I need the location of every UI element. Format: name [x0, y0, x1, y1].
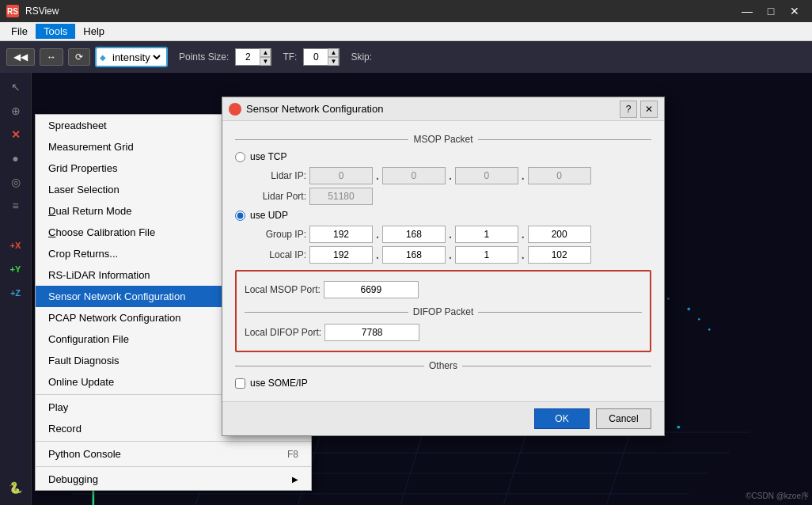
lidar-port-input[interactable]: [309, 188, 373, 205]
titlebar: RS RSView — □ ✕: [0, 0, 812, 22]
window-close-button[interactable]: ✕: [784, 2, 806, 20]
difop-line-left: [245, 312, 408, 313]
dialog-help-button[interactable]: ?: [620, 101, 637, 118]
points-size-down[interactable]: ▼: [260, 57, 271, 66]
lidar-ip-dot-3: .: [522, 169, 525, 182]
intensity-select-wrap: intensity: [95, 47, 168, 67]
use-udp-label: use UDP: [250, 210, 288, 221]
use-tcp-radio[interactable]: [235, 152, 245, 162]
points-size-label: Points Size:: [179, 51, 229, 63]
tf-input[interactable]: [304, 51, 328, 63]
local-msop-port-input[interactable]: [324, 281, 419, 298]
use-some-ip-checkbox[interactable]: [235, 378, 245, 389]
local-difop-port-row: Local DIFOP Port:: [245, 324, 642, 341]
local-ip-3[interactable]: [455, 246, 518, 264]
points-size-spinbox: ▲ ▼: [235, 48, 271, 66]
others-line-right: [462, 366, 651, 366]
tf-spinbox: ▲ ▼: [303, 48, 340, 66]
local-difop-port-label: Local DIFOP Port:: [245, 327, 321, 338]
local-ip-row: Local IP: . . .: [235, 246, 651, 264]
lidar-ip-row: Lidar IP: . . .: [235, 167, 651, 184]
local-ip-dot-2: .: [449, 249, 452, 261]
dialog-close-button[interactable]: ✕: [640, 101, 658, 118]
group-ip-dot-3: .: [522, 228, 525, 241]
dialog-title: Sensor Network Configuration: [246, 103, 383, 115]
lidar-ip-dot-1: .: [376, 169, 379, 182]
others-section: Others use SOME/IP: [235, 360, 651, 389]
others-section-header: Others: [235, 360, 651, 371]
local-msop-port-label: Local MSOP Port:: [245, 284, 321, 295]
local-difop-port-input[interactable]: [324, 324, 419, 341]
highlight-box: Local MSOP Port: DIFOP Packet Local DIFO…: [235, 270, 651, 352]
intensity-select[interactable]: intensity: [109, 51, 163, 64]
app-icon: RS: [6, 5, 19, 17]
difop-packet-label: DIFOP Packet: [413, 306, 473, 317]
tf-down[interactable]: ▼: [328, 57, 339, 66]
sensor-network-config-dialog: Sensor Network Configuration ? ✕ MSOP Pa…: [222, 97, 665, 436]
difop-section-header: DIFOP Packet: [245, 306, 642, 317]
msop-line-left: [235, 139, 408, 140]
points-size-up[interactable]: ▲: [260, 48, 271, 57]
lidar-ip-3[interactable]: [455, 167, 518, 184]
app-title: RSView: [25, 6, 59, 17]
minimize-button[interactable]: —: [736, 2, 758, 20]
lidar-ip-4[interactable]: [528, 167, 591, 184]
group-ip-row: Group IP: . . .: [235, 226, 651, 243]
others-label: Others: [429, 360, 457, 371]
dialog-overlay: Sensor Network Configuration ? ✕ MSOP Pa…: [0, 73, 812, 505]
points-size-input[interactable]: [236, 51, 260, 63]
dialog-title-icon: [229, 103, 241, 116]
use-udp-row: use UDP: [235, 210, 651, 221]
dialog-ok-button[interactable]: OK: [534, 408, 590, 429]
local-ip-dot-1: .: [376, 249, 379, 261]
dialog-cancel-button[interactable]: Cancel: [596, 408, 651, 429]
toolbar-btn-2[interactable]: ↔: [40, 48, 63, 66]
toolbar-btn-1[interactable]: ◀◀: [6, 48, 35, 66]
others-line-left: [235, 366, 424, 366]
group-ip-dot-2: .: [449, 228, 452, 241]
menu-help[interactable]: Help: [75, 24, 112, 39]
local-ip-4[interactable]: [528, 246, 591, 264]
dialog-footer: OK Cancel: [222, 401, 664, 435]
use-tcp-row: use TCP: [235, 151, 651, 162]
toolbar-btn-3[interactable]: ⟳: [68, 48, 90, 66]
tf-up[interactable]: ▲: [328, 48, 339, 57]
tf-spin-buttons: ▲ ▼: [328, 48, 339, 66]
local-ip-dot-3: .: [522, 249, 525, 261]
group-ip-label: Group IP:: [235, 229, 306, 240]
local-ip-2[interactable]: [382, 246, 446, 264]
lidar-ip-dot-2: .: [449, 169, 452, 182]
dialog-titlebar: Sensor Network Configuration ? ✕: [222, 97, 664, 121]
lidar-ip-label: Lidar IP:: [235, 170, 306, 181]
msop-line-right: [478, 139, 651, 140]
use-tcp-label: use TCP: [250, 151, 286, 162]
use-some-ip-label: use SOME/IP: [250, 378, 308, 389]
group-ip-4[interactable]: [528, 226, 591, 243]
toolbar: ◀◀ ↔ ⟳ intensity Points Size: ▲ ▼ TF: ▲ …: [0, 41, 812, 73]
dialog-titlebar-buttons: ? ✕: [620, 101, 658, 118]
difop-line-right: [478, 312, 642, 313]
menubar: File Tools Help: [0, 22, 812, 41]
points-size-spin-buttons: ▲ ▼: [260, 48, 271, 66]
tf-label: TF:: [283, 51, 297, 63]
use-udp-radio[interactable]: [235, 211, 245, 221]
local-msop-port-row: Local MSOP Port:: [245, 281, 642, 298]
group-ip-3[interactable]: [455, 226, 518, 243]
maximize-button[interactable]: □: [760, 2, 782, 20]
menu-file[interactable]: File: [3, 24, 36, 39]
group-ip-2[interactable]: [382, 226, 446, 243]
lidar-port-row: Lidar Port:: [235, 188, 651, 205]
lidar-port-label: Lidar Port:: [235, 191, 306, 202]
msop-packet-label: MSOP Packet: [413, 134, 472, 145]
local-ip-label: Local IP:: [235, 249, 306, 260]
group-ip-dot-1: .: [376, 228, 379, 241]
local-ip-1[interactable]: [309, 246, 373, 264]
msop-section-header: MSOP Packet: [235, 134, 651, 145]
lidar-ip-2[interactable]: [382, 167, 446, 184]
main-area: ↖ ⊕ ✕ ● ◎ ≡ +X +Y +Z 🐍: [0, 73, 812, 505]
group-ip-1[interactable]: [309, 226, 373, 243]
use-some-ip-row: use SOME/IP: [235, 378, 651, 389]
lidar-ip-1[interactable]: [309, 167, 373, 184]
menu-tools[interactable]: Tools: [36, 24, 75, 39]
dialog-body: MSOP Packet use TCP Lidar IP: . . .: [222, 121, 664, 401]
